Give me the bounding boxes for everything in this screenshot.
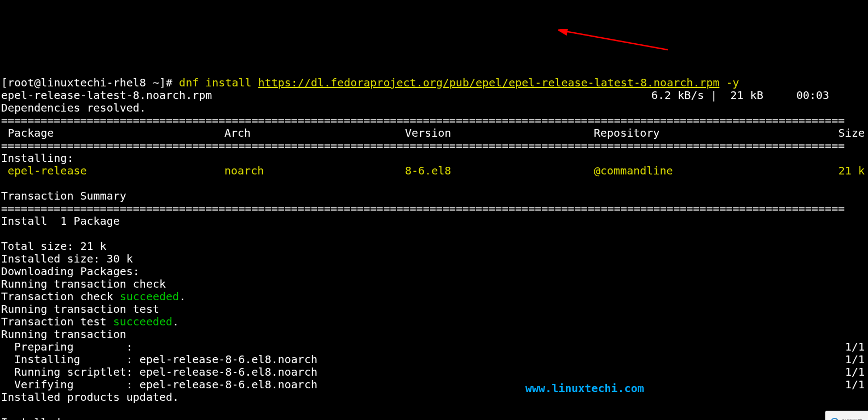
transaction-test-status: succeeded <box>113 315 172 328</box>
hr-mid: ========================================… <box>1 139 844 152</box>
col-arch: Arch <box>224 127 251 139</box>
step-verifying: Verifying : epel-release-8-6.el8.noarch <box>1 378 317 391</box>
download-time: 00:03 <box>796 89 829 102</box>
row-repository: @commandline <box>594 165 673 177</box>
download-size: 21 kB <box>731 89 763 102</box>
downloading-packages: Downloading Packages: <box>1 265 140 278</box>
terminal-output[interactable]: [root@linuxtechi-rhel8 ~]# dnf install h… <box>0 63 868 420</box>
download-file: epel-release-latest-8.noarch.rpm <box>1 89 212 102</box>
transaction-check-post: . <box>179 290 186 303</box>
cmd-dnf-prefix: dnf install <box>179 76 258 89</box>
transaction-check-pre: Transaction check <box>1 290 120 303</box>
col-size: Size <box>838 127 865 139</box>
download-speed: 6.2 kB/s <box>651 89 704 102</box>
step-installing-count: 1/1 <box>845 353 865 366</box>
step-scriptlet: Running scriptlet: epel-release-8-6.el8.… <box>1 365 317 378</box>
col-package: Package <box>1 126 54 139</box>
watermark-linuxtechi: www.linuxtechi.com <box>525 382 644 395</box>
download-sep: | <box>704 89 724 102</box>
row-version: 8-6.el8 <box>405 165 451 177</box>
transaction-check-status: succeeded <box>120 290 179 303</box>
install-count: Install 1 Package <box>1 214 120 228</box>
dependencies-resolved: Dependencies resolved. <box>1 101 146 114</box>
row-size: 21 k <box>838 165 865 177</box>
col-repository: Repository <box>594 127 659 139</box>
logo-icon <box>830 417 839 420</box>
total-size: Total size: 21 k <box>1 240 107 253</box>
step-verifying-count: 1/1 <box>845 378 865 391</box>
installing-header: Installing: <box>1 151 73 165</box>
row-package: epel-release <box>1 164 87 177</box>
step-installing: Installing : epel-release-8-6.el8.noarch <box>1 353 317 366</box>
annotation-arrow-icon <box>558 29 673 56</box>
step-preparing-count: 1/1 <box>845 341 865 353</box>
transaction-test-post: . <box>172 315 179 328</box>
prompt-user-host: [root@linuxtechi-rhel8 ~]# <box>1 76 179 89</box>
hr-top: ========================================… <box>1 114 844 127</box>
svg-line-0 <box>565 31 668 50</box>
step-preparing: Preparing : <box>1 340 133 353</box>
col-version: Version <box>405 127 451 139</box>
watermark-logo: 创新互联 <box>825 411 868 420</box>
step-scriptlet-count: 1/1 <box>845 366 865 378</box>
cmd-suffix: -y <box>719 76 739 89</box>
running-transaction-test: Running transaction test <box>1 302 159 316</box>
installed-label: Installed: <box>1 416 67 420</box>
running-transaction: Running transaction <box>1 328 126 341</box>
transaction-test-pre: Transaction test <box>1 315 113 328</box>
running-transaction-check: Running transaction check <box>1 277 166 290</box>
hr-summary: ========================================… <box>1 202 844 215</box>
row-arch: noarch <box>224 165 264 177</box>
installed-size: Installed size: 30 k <box>1 252 133 265</box>
cmd-url: https://dl.fedoraproject.org/pub/epel/ep… <box>258 76 720 89</box>
installed-products-updated: Installed products updated. <box>1 390 179 404</box>
transaction-summary: Transaction Summary <box>1 189 126 202</box>
